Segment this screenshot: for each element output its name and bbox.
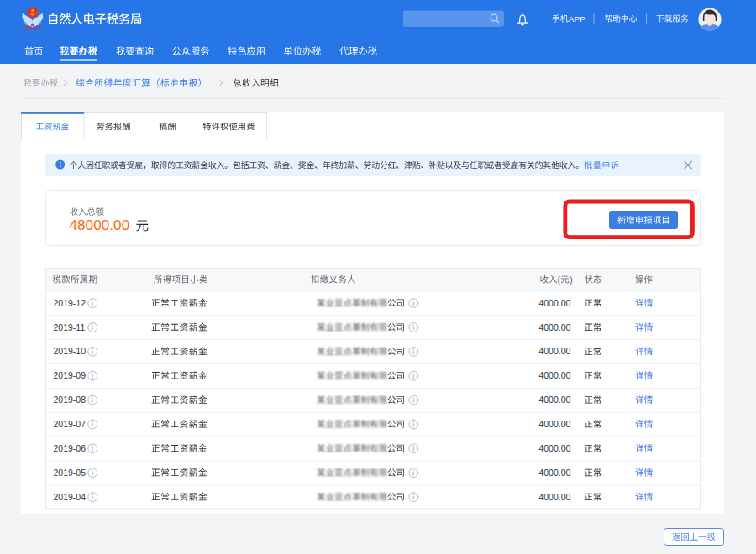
svg-text:2019-07: 2019-07 [54,419,87,429]
svg-text:2019-11: 2019-11 [54,322,86,332]
svg-text:48000.00: 48000.00 [70,217,130,233]
svg-text:2019-04: 2019-04 [54,492,87,502]
svg-text:2019-06: 2019-06 [54,443,87,453]
svg-text:): ) [570,274,573,285]
svg-text:APP: APP [569,14,585,24]
svg-text:2019-05: 2019-05 [54,468,87,478]
svg-text:2019-10: 2019-10 [54,346,87,356]
svg-text:2019-12: 2019-12 [54,298,87,308]
svg-text:2019-09: 2019-09 [54,370,87,380]
svg-text:(: ( [558,274,561,285]
svg-text:2019-08: 2019-08 [54,395,87,405]
